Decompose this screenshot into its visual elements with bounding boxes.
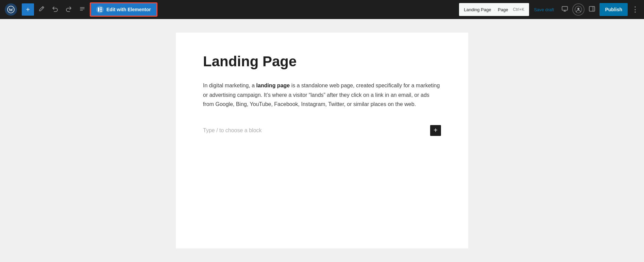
breadcrumb: Landing Page · Page Ctrl+K [459,3,529,16]
save-draft-button[interactable]: Save draft [530,7,557,12]
wp-logo-icon: W [5,3,17,16]
svg-rect-8 [100,11,102,12]
svg-rect-7 [100,9,102,10]
content-area: Landing Page In digital marketing, a lan… [0,19,644,262]
add-block-toolbar-button[interactable]: + [22,3,34,16]
edit-pen-button[interactable] [35,3,48,16]
keyboard-shortcut: Ctrl+K [513,7,524,12]
monitor-icon [561,5,568,14]
redo-button[interactable] [63,3,75,16]
outline-button[interactable] [76,3,88,16]
undo-button[interactable] [49,3,61,16]
more-icon: ⋮ [631,6,639,13]
body-bold-text: landing page [256,83,290,88]
view-button[interactable] [559,3,571,16]
svg-rect-9 [562,6,567,10]
svg-rect-13 [589,6,595,11]
svg-text:W: W [9,7,13,12]
svg-rect-5 [98,7,99,12]
breadcrumb-type: Page [498,7,508,12]
wp-logo[interactable]: W [3,0,19,19]
body-text-before-bold: In digital marketing, a [203,83,256,88]
more-options-button[interactable]: ⋮ [629,3,641,16]
block-placeholder-area[interactable]: Type / to choose a block + [203,122,441,139]
block-placeholder-text: Type / to choose a block [203,127,262,134]
edit-elementor-label: Edit with Elementor [106,7,151,12]
breadcrumb-separator: · [494,7,495,12]
pen-icon [38,6,45,14]
redo-icon [66,6,72,14]
editor-canvas: Landing Page In digital marketing, a lan… [176,33,468,248]
edit-with-elementor-button[interactable]: Edit with Elementor [90,2,157,17]
page-title[interactable]: Landing Page [203,53,441,70]
publish-button[interactable]: Publish [599,3,628,16]
sidebar-toggle-button[interactable] [586,3,598,16]
sidebar-icon [589,5,595,14]
plus-icon: + [26,6,30,13]
breadcrumb-page-name: Landing Page [464,7,491,12]
svg-rect-6 [100,7,102,8]
add-block-button[interactable]: + [430,125,441,136]
add-block-plus-icon: + [434,126,438,134]
undo-icon [52,6,58,14]
toolbar: W + [0,0,644,19]
user-avatar[interactable] [572,3,584,16]
elementor-icon [96,6,104,13]
list-icon [79,6,85,14]
page-body: In digital marketing, a landing page is … [203,81,441,109]
